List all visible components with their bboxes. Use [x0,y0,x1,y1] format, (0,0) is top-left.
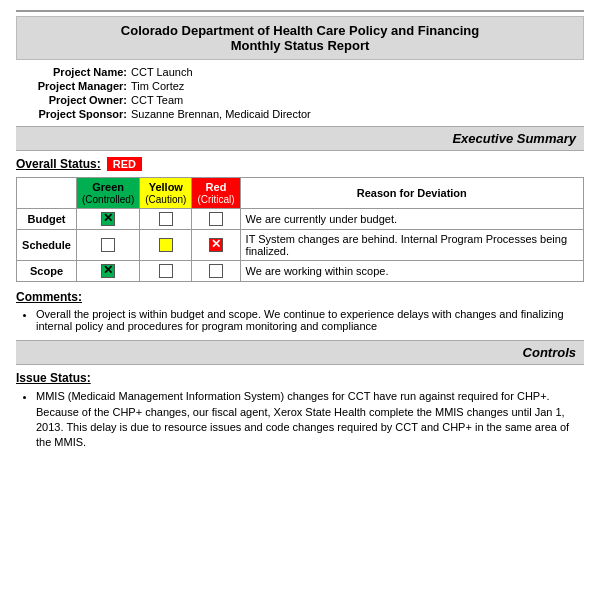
row-yellow-cell [140,261,192,282]
row-red-cell [192,261,240,282]
red-checkbox-icon [209,212,223,226]
project-name-value: CCT Launch [131,66,193,78]
project-owner-value: CCT Team [131,94,183,106]
col-header-green: Green (Controlled) [77,178,140,209]
project-owner-row: Project Owner: CCT Team [16,94,584,106]
report-header: Colorado Department of Health Care Polic… [16,16,584,60]
comments-title: Comments: [16,290,584,304]
row-green-cell [77,209,140,230]
project-sponsor-value: Suzanne Brennan, Medicaid Director [131,108,311,120]
top-border [16,10,584,12]
row-item-label: Budget [17,209,77,230]
col-header-yellow: Yellow (Caution) [140,178,192,209]
executive-summary-header: Executive Summary [16,126,584,151]
table-row: BudgetWe are currently under budget. [17,209,584,230]
project-manager-row: Project Manager: Tim Cortez [16,80,584,92]
project-manager-label: Project Manager: [16,80,131,92]
row-reason: IT System changes are behind. Internal P… [240,230,583,261]
yellow-checkbox-icon [159,264,173,278]
issue-list: MMIS (Medicaid Management Information Sy… [36,389,584,451]
row-item-label: Schedule [17,230,77,261]
issue-status-title: Issue Status: [16,371,584,385]
project-owner-label: Project Owner: [16,94,131,106]
row-red-cell [192,209,240,230]
yellow-checkbox-icon [159,212,173,226]
row-item-label: Scope [17,261,77,282]
report-title-main: Colorado Department of Health Care Polic… [25,23,575,38]
project-name-row: Project Name: CCT Launch [16,66,584,78]
col-header-item [17,178,77,209]
project-info: Project Name: CCT Launch Project Manager… [16,66,584,120]
green-checkbox-icon [101,212,115,226]
row-green-cell [77,261,140,282]
col-header-reason: Reason for Deviation [240,178,583,209]
red-checkbox-icon [209,264,223,278]
comments-section: Comments: Overall the project is within … [16,290,584,332]
row-yellow-cell [140,230,192,261]
green-checkbox-icon [101,238,115,252]
project-sponsor-row: Project Sponsor: Suzanne Brennan, Medica… [16,108,584,120]
controls-header: Controls [16,340,584,365]
row-reason: We are working within scope. [240,261,583,282]
project-sponsor-label: Project Sponsor: [16,108,131,120]
row-yellow-cell [140,209,192,230]
table-row: ScopeWe are working within scope. [17,261,584,282]
col-header-red: Red (Critical) [192,178,240,209]
row-green-cell [77,230,140,261]
report-title-sub: Monthly Status Report [25,38,575,53]
project-manager-value: Tim Cortez [131,80,184,92]
list-item: MMIS (Medicaid Management Information Sy… [36,389,584,451]
red-checkbox-icon [209,238,223,252]
row-red-cell [192,230,240,261]
list-item: Overall the project is within budget and… [36,308,584,332]
yellow-checkbox-icon [159,238,173,252]
row-reason: We are currently under budget. [240,209,583,230]
table-row: ScheduleIT System changes are behind. In… [17,230,584,261]
overall-status-badge: RED [107,157,142,171]
comments-list: Overall the project is within budget and… [36,308,584,332]
issue-status-section: Issue Status: MMIS (Medicaid Management … [16,371,584,451]
overall-status-label: Overall Status: [16,157,101,171]
green-checkbox-icon [101,264,115,278]
project-name-label: Project Name: [16,66,131,78]
status-table: Green (Controlled) Yellow (Caution) Red … [16,177,584,282]
overall-status-row: Overall Status: RED [16,157,584,171]
